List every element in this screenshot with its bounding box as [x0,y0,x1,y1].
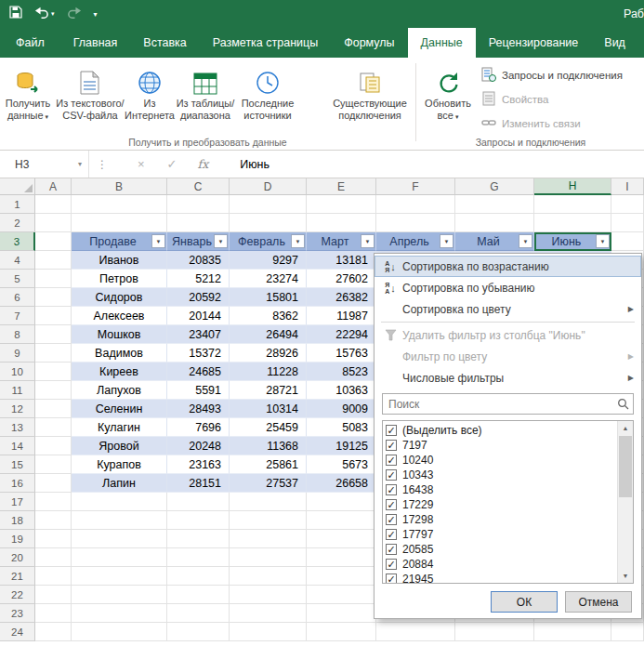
filter-value-item[interactable]: ✓7197 [386,438,618,453]
cell-A4[interactable] [35,251,72,270]
checkbox-checked-icon[interactable]: ✓ [386,514,397,525]
cell-B9[interactable]: Вадимов [72,344,167,363]
cell-D9[interactable]: 28926 [230,344,307,363]
menu-sort-descending[interactable]: ЯА↓ Сортировка по убыванию [375,277,641,298]
cell-E23[interactable] [307,604,376,623]
filter-value-item[interactable]: ✓21945 [386,572,618,584]
cell-D5[interactable]: 23274 [230,270,307,288]
cell-C9[interactable]: 15372 [167,344,230,363]
cell-I24[interactable] [611,623,644,641]
table-header-cell-G3[interactable]: Май▼ [455,232,534,251]
cell-C7[interactable]: 20144 [167,307,230,325]
cell-I1[interactable] [611,195,644,214]
filter-dropdown-button-H[interactable]: ▼ [596,234,610,248]
cell-A17[interactable] [35,493,72,511]
cell-C10[interactable]: 24685 [167,363,230,381]
search-icon[interactable] [617,398,629,410]
cell-B11[interactable]: Лапухов [72,381,167,400]
cell-D17[interactable] [230,493,307,511]
from-text-csv-button[interactable]: Из текстового/CSV-файла [56,60,125,144]
queries-connections-button[interactable]: Запросы и подключения [481,65,641,86]
cell-D21[interactable] [230,567,307,586]
cell-C11[interactable]: 5591 [167,381,230,400]
filter-dropdown-button-B[interactable]: ▼ [151,234,165,248]
column-header-C[interactable]: C [167,178,230,195]
cell-D7[interactable]: 8362 [230,307,307,325]
refresh-all-button[interactable]: Обновитьвсе▾ [420,60,476,144]
checkbox-checked-icon[interactable]: ✓ [386,455,397,466]
row-header-24[interactable]: 24 [0,623,35,641]
cell-D20[interactable] [230,548,307,567]
cell-B14[interactable]: Яровой [72,437,167,455]
cell-B4[interactable]: Иванов [72,251,167,270]
cell-F1[interactable] [376,195,455,214]
cell-E5[interactable]: 27602 [307,270,376,288]
cell-A19[interactable] [35,530,72,548]
tab-view[interactable]: Вид [591,28,638,58]
row-header-22[interactable]: 22 [0,586,35,604]
column-header-H[interactable]: H [534,178,611,195]
filter-dropdown-button-E[interactable]: ▼ [361,234,375,248]
row-header-15[interactable]: 15 [0,455,35,474]
checkbox-checked-icon[interactable]: ✓ [386,499,397,510]
cell-C12[interactable]: 28493 [167,400,230,418]
name-box[interactable]: H3 ▾ [0,151,89,178]
tab-file[interactable]: Файл [0,28,60,58]
checkbox-checked-icon[interactable]: ✓ [386,440,397,451]
cell-B16[interactable]: Лапин [72,474,167,493]
cell-E6[interactable]: 26382 [307,288,376,307]
cell-C4[interactable]: 20835 [167,251,230,270]
checkbox-checked-icon[interactable]: ✓ [386,559,397,570]
row-header-3[interactable]: 3 [0,232,35,251]
filter-dropdown-button-C[interactable]: ▼ [214,234,228,248]
cell-E18[interactable] [307,511,376,530]
row-header-4[interactable]: 4 [0,251,35,270]
cell-E21[interactable] [307,567,376,586]
from-table-range-button[interactable]: Из таблицы/диапазона [175,60,236,144]
cell-D15[interactable]: 25861 [230,455,307,474]
tab-review[interactable]: Рецензирование [476,28,592,58]
filter-value-item[interactable]: ✓17797 [386,527,618,542]
cell-A18[interactable] [35,511,72,530]
cell-A12[interactable] [35,400,72,418]
cell-E14[interactable]: 19125 [307,437,376,455]
cell-E9[interactable]: 15763 [307,344,376,363]
cell-E17[interactable] [307,493,376,511]
cell-D2[interactable] [230,214,307,232]
filter-value-item[interactable]: ✓16438 [386,482,618,497]
cell-D19[interactable] [230,530,307,548]
row-header-8[interactable]: 8 [0,325,35,344]
tab-home[interactable]: Главная [60,28,131,58]
cell-E7[interactable]: 11987 [307,307,376,325]
cell-D12[interactable]: 10314 [230,400,307,418]
scrollbar-up-icon[interactable]: ▲ [618,421,633,435]
cell-D10[interactable]: 11228 [230,363,307,381]
cell-A5[interactable] [35,270,72,288]
cell-C19[interactable] [167,530,230,548]
cell-C16[interactable]: 28151 [167,474,230,493]
cell-D1[interactable] [230,195,307,214]
cell-E12[interactable]: 9009 [307,400,376,418]
cell-E20[interactable] [307,548,376,567]
cell-B24[interactable] [72,623,167,641]
cell-A11[interactable] [35,381,72,400]
row-header-18[interactable]: 18 [0,511,35,530]
cell-G1[interactable] [455,195,534,214]
filter-dropdown-button-F[interactable]: ▼ [440,234,453,248]
cell-A8[interactable] [35,325,72,344]
get-data-button[interactable]: Получитьданные▾ [2,60,54,144]
cell-B23[interactable] [72,604,167,623]
tab-data[interactable]: Данные [408,28,476,58]
checkbox-checked-icon[interactable]: ✓ [386,573,397,584]
cell-A14[interactable] [35,437,72,455]
cell-B19[interactable] [72,530,167,548]
cell-C24[interactable] [167,623,230,641]
cell-B5[interactable]: Петров [72,270,167,288]
filter-value-item[interactable]: ✓10240 [386,453,618,468]
undo-button[interactable]: ▾ [34,5,55,23]
row-header-21[interactable]: 21 [0,567,35,586]
cell-H1[interactable] [534,195,611,214]
column-header-D[interactable]: D [230,178,307,195]
cell-D13[interactable]: 25459 [230,418,307,437]
column-header-A[interactable]: A [35,178,72,195]
